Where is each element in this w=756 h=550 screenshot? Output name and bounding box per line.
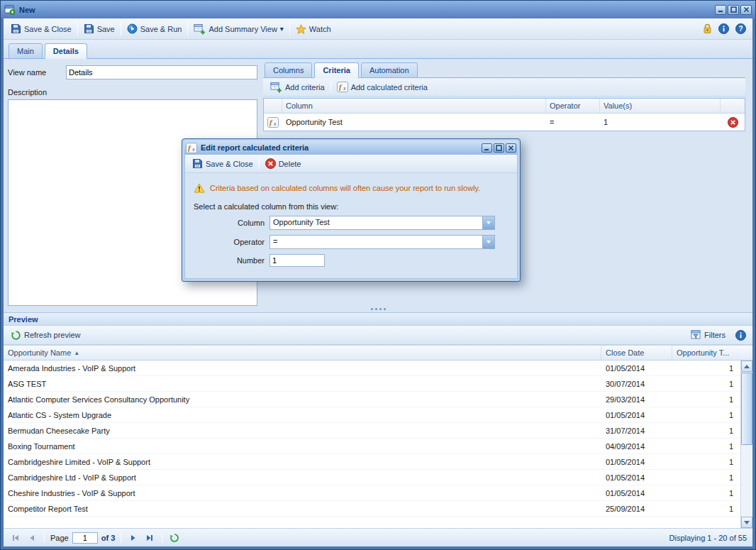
delete-icon — [265, 158, 276, 169]
column-header-label: Opportunity T... — [677, 348, 729, 357]
lock-icon[interactable] — [703, 23, 712, 34]
preview-row[interactable]: ASG TEST30/07/20141 — [4, 376, 740, 392]
close-button[interactable] — [740, 5, 752, 15]
column-header-label: Close Date — [606, 348, 644, 357]
column-select[interactable]: Opportunity Test — [269, 216, 495, 230]
tab-details[interactable]: Details — [45, 43, 87, 59]
info-icon[interactable] — [718, 23, 729, 34]
view-name-input[interactable] — [66, 65, 257, 79]
scrollbar-thumb[interactable] — [741, 373, 752, 445]
page-number-input[interactable] — [72, 532, 98, 544]
add-criteria-button[interactable]: Add criteria — [267, 79, 328, 95]
operator-select[interactable]: = — [269, 235, 495, 249]
save-and-close-button[interactable]: Save & Close — [7, 21, 75, 36]
toolbar-separator — [77, 22, 78, 35]
first-page-button[interactable] — [9, 532, 22, 544]
save-icon — [192, 158, 203, 169]
maximize-button[interactable] — [728, 5, 739, 15]
preview-row[interactable]: Amerada Industries - VoIP & Support01/05… — [4, 361, 740, 376]
criteria-row-values: 1 — [600, 114, 721, 131]
preview-row[interactable]: Atlantic Computer Services Consultancy O… — [4, 392, 740, 407]
criteria-col-operator[interactable]: Operator — [546, 99, 600, 113]
preview-row[interactable]: Cambridgeshire Ltd - VoIP & Support01/05… — [4, 470, 740, 485]
preview-panel: Preview Refresh preview Filters — [4, 312, 752, 546]
previous-page-button[interactable] — [26, 532, 38, 544]
preview-grid: Opportunity Name ▲ Close Date Opportunit… — [4, 345, 752, 528]
chevron-down-icon[interactable] — [482, 216, 494, 229]
preview-row[interactable]: Bermudan Cheesecake Party31/07/20141 — [4, 423, 740, 439]
add-summary-view-label: Add Summary View — [209, 25, 277, 33]
column-header-opportunity-name[interactable]: Opportunity Name ▲ — [4, 346, 601, 360]
delete-criteria-icon[interactable] — [728, 117, 738, 128]
tab-criteria[interactable]: Criteria — [314, 62, 359, 78]
help-icon[interactable]: ? — [735, 23, 746, 34]
add-criteria-label: Add criteria — [285, 83, 325, 92]
criteria-tabstrip: Columns Criteria Automation — [263, 60, 745, 78]
star-icon — [296, 24, 306, 34]
scroll-down-button[interactable] — [741, 517, 752, 528]
preview-splitter[interactable] — [4, 306, 752, 312]
refresh-icon[interactable] — [168, 532, 181, 544]
app-icon — [4, 4, 16, 15]
add-calculated-criteria-button[interactable]: fx Add calculated criteria — [333, 79, 431, 94]
splitter-grip-icon[interactable] — [371, 308, 386, 310]
tab-automation[interactable]: Automation — [361, 62, 418, 78]
operator-label: Operator — [194, 238, 265, 246]
minimize-button[interactable] — [715, 5, 726, 15]
page-label: Page — [50, 534, 69, 542]
add-summary-view-button[interactable]: Add Summary View ▾ — [190, 21, 287, 37]
vertical-scrollbar[interactable] — [740, 361, 752, 528]
dialog-titlebar[interactable]: fx Edit report calculated criteria — [184, 141, 518, 155]
info-icon[interactable] — [735, 330, 746, 341]
column-label: Column — [194, 219, 265, 227]
save-label: Save — [97, 25, 115, 33]
dialog-minimize-button[interactable] — [482, 143, 492, 153]
fx-icon: fx — [267, 117, 279, 128]
add-calculated-criteria-label: Add calculated criteria — [351, 83, 428, 92]
preview-row[interactable]: Competitor Report Test25/09/20141 — [4, 501, 740, 517]
edit-calculated-criteria-dialog: fx Edit report calculated criteria Save … — [182, 138, 521, 282]
scroll-up-button[interactable] — [741, 361, 752, 372]
main-toolbar: Save & Close Save Save & Run Add Summary… — [4, 18, 752, 40]
svg-text:x: x — [273, 120, 277, 126]
chevron-down-icon[interactable] — [482, 236, 494, 248]
sort-asc-icon: ▲ — [74, 350, 79, 356]
number-input[interactable] — [269, 254, 325, 267]
next-page-button[interactable] — [127, 532, 140, 544]
dialog-maximize-button[interactable] — [494, 143, 504, 153]
dialog-delete-button[interactable]: Delete — [262, 156, 305, 171]
preview-toolbar: Refresh preview Filters — [4, 326, 752, 345]
save-button[interactable]: Save — [80, 21, 118, 36]
filters-button[interactable]: Filters — [687, 328, 729, 342]
column-header-opportunity-total[interactable]: Opportunity T... — [672, 346, 752, 360]
tab-columns[interactable]: Columns — [265, 62, 312, 78]
save-and-run-button[interactable]: Save & Run — [123, 21, 186, 36]
paging-toolbar: Page of 3 Displaying 1 - 20 of 55 — [4, 528, 752, 546]
dialog-warning-text: Criteria based on calculated columns wil… — [210, 184, 480, 192]
last-page-button[interactable] — [143, 532, 156, 544]
criteria-col-delete — [721, 99, 745, 113]
criteria-col-values[interactable]: Value(s) — [600, 99, 721, 113]
fx-icon: fx — [337, 82, 348, 92]
preview-row[interactable]: Atlantic CS - System Upgrade01/05/20141 — [4, 407, 740, 423]
refresh-preview-button[interactable]: Refresh preview — [7, 328, 84, 343]
add-summary-view-icon — [194, 23, 206, 35]
toolbar-separator — [121, 22, 121, 35]
preview-header: Preview — [4, 312, 752, 326]
criteria-row[interactable]: fx Opportunity Test = 1 — [264, 114, 745, 131]
preview-row[interactable]: Boxing Tournament04/09/20141 — [4, 439, 740, 454]
dialog-save-and-close-button[interactable]: Save & Close — [189, 156, 257, 171]
column-header-label: Opportunity Name — [8, 348, 71, 357]
preview-row[interactable]: Cambridgeshire Limited - VoIP & Support0… — [4, 454, 740, 470]
window-titlebar[interactable]: New — [1, 1, 755, 18]
criteria-col-column[interactable]: Column — [282, 99, 546, 113]
column-header-close-date[interactable]: Close Date — [601, 346, 672, 360]
column-select-value: Opportunity Test — [270, 216, 482, 229]
dialog-warning: Criteria based on calculated columns wil… — [194, 183, 508, 193]
tab-main[interactable]: Main — [9, 43, 43, 59]
preview-row[interactable]: Cheshire Industries - VoIP & Support01/0… — [4, 485, 740, 501]
dialog-close-button[interactable] — [506, 143, 516, 153]
dialog-title: Edit report calculated criteria — [201, 143, 308, 152]
dialog-save-and-close-label: Save & Close — [206, 160, 253, 168]
watch-button[interactable]: Watch — [292, 22, 335, 36]
